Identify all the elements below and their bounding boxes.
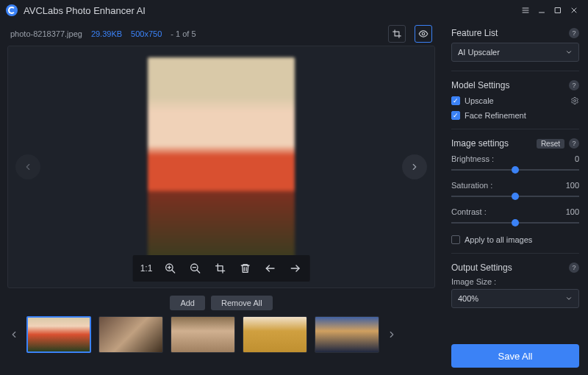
model-settings-title: Model Settings xyxy=(451,80,509,90)
maximize-button[interactable] xyxy=(550,2,566,18)
add-button[interactable]: Add xyxy=(170,296,205,310)
crop-toggle-button[interactable] xyxy=(388,25,406,43)
chevron-down-icon xyxy=(565,295,573,302)
thumb-prev-button[interactable] xyxy=(9,329,19,340)
file-name: photo-8218377.jpeg xyxy=(10,29,82,38)
help-icon[interactable]: ? xyxy=(569,80,579,90)
arrow-left-icon[interactable] xyxy=(262,261,277,276)
svg-line-9 xyxy=(171,270,174,273)
help-icon[interactable]: ? xyxy=(569,28,579,38)
upscale-label: Upscale xyxy=(465,96,494,105)
brightness-slider[interactable] xyxy=(451,165,579,175)
delete-icon[interactable] xyxy=(237,261,252,276)
saturation-slider[interactable] xyxy=(451,191,579,201)
contrast-label: Contrast : xyxy=(451,207,487,216)
minimize-button[interactable] xyxy=(534,2,550,18)
output-settings-title: Output Settings xyxy=(451,262,512,273)
image-settings-section: Image settings Reset ? Brightness :0 Sat… xyxy=(451,138,579,254)
zoom-out-icon[interactable] xyxy=(187,261,202,276)
image-size-label: Image Size : xyxy=(451,277,579,286)
close-button[interactable] xyxy=(566,2,582,18)
apply-all-label: Apply to all images xyxy=(465,235,532,244)
crop-icon[interactable] xyxy=(212,261,227,276)
thumbnail-5[interactable] xyxy=(315,316,379,353)
image-size-value: 400% xyxy=(458,294,478,303)
thumbnail-4[interactable] xyxy=(243,316,307,353)
contrast-row: Contrast :100 xyxy=(451,207,579,228)
svg-rect-4 xyxy=(556,8,561,13)
saturation-value: 100 xyxy=(566,181,579,190)
prev-image-button[interactable] xyxy=(15,154,40,179)
preview-area: 1:1 xyxy=(7,46,435,288)
titlebar: AVCLabs Photo Enhancer AI xyxy=(0,0,588,21)
face-refinement-label: Face Refinement xyxy=(465,111,526,120)
svg-line-13 xyxy=(196,270,199,273)
file-dimensions: 500x750 xyxy=(131,29,162,38)
help-icon[interactable]: ? xyxy=(569,262,579,273)
remove-all-button[interactable]: Remove All xyxy=(211,296,273,310)
thumbnail-3[interactable] xyxy=(171,316,235,353)
chevron-down-icon xyxy=(565,49,573,56)
zoom-ratio-button[interactable]: 1:1 xyxy=(140,263,153,274)
brightness-value: 0 xyxy=(575,154,579,163)
brightness-row: Brightness :0 xyxy=(451,154,579,175)
preview-toggle-button[interactable] xyxy=(415,25,432,43)
menu-button[interactable] xyxy=(517,2,534,18)
app-logo xyxy=(6,4,18,16)
next-image-button[interactable] xyxy=(402,154,427,179)
model-settings-section: Model Settings ? Upscale Face Refinement xyxy=(451,80,579,129)
feature-list-section: Feature List ? AI Upscaler xyxy=(451,28,579,71)
thumbnail-strip xyxy=(7,316,435,353)
zoom-in-icon[interactable] xyxy=(162,261,177,276)
face-refinement-checkbox[interactable] xyxy=(451,111,460,120)
reset-button[interactable]: Reset xyxy=(537,139,564,149)
preview-image xyxy=(148,57,295,276)
brightness-label: Brightness : xyxy=(451,154,494,163)
feature-dropdown-value: AI Upscaler xyxy=(458,48,500,57)
image-settings-title: Image settings xyxy=(451,138,509,149)
saturation-label: Saturation : xyxy=(451,181,492,190)
app-title: AVCLabs Photo Enhancer AI xyxy=(24,5,146,16)
thumb-next-button[interactable] xyxy=(387,329,397,340)
file-info-bar: photo-8218377.jpeg 29.39KB 500x750 - 1 o… xyxy=(7,25,435,43)
save-all-button[interactable]: Save All xyxy=(451,344,579,368)
thumbnail-2[interactable] xyxy=(98,316,163,353)
action-buttons: Add Remove All xyxy=(7,296,435,310)
svg-point-19 xyxy=(574,100,576,102)
upscale-checkbox[interactable] xyxy=(451,96,460,105)
feature-dropdown[interactable]: AI Upscaler xyxy=(451,43,579,62)
preview-toolbar: 1:1 xyxy=(133,255,310,282)
apply-all-checkbox[interactable] xyxy=(451,235,460,244)
feature-list-title: Feature List xyxy=(451,28,498,38)
help-icon[interactable]: ? xyxy=(569,138,579,149)
svg-point-7 xyxy=(422,32,425,35)
file-size: 29.39KB xyxy=(91,29,122,38)
file-index: - 1 of 5 xyxy=(171,29,196,38)
thumbnail-1[interactable] xyxy=(26,316,91,353)
contrast-value: 100 xyxy=(566,207,579,216)
contrast-slider[interactable] xyxy=(451,218,579,228)
saturation-row: Saturation :100 xyxy=(451,181,579,201)
image-size-dropdown[interactable]: 400% xyxy=(451,289,579,308)
arrow-right-icon[interactable] xyxy=(287,261,302,276)
gear-icon[interactable] xyxy=(570,96,579,105)
output-settings-section: Output Settings ? Image Size : 400% xyxy=(451,262,579,308)
